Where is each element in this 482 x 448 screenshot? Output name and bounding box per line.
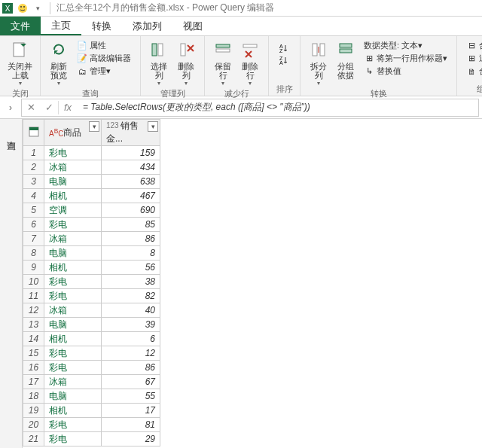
first-row-header-button[interactable]: ⊞将第一行用作标题 ▾ [362, 52, 449, 65]
table-row[interactable]: 18电脑55 [23, 389, 160, 404]
table-row[interactable]: 15彩电12 [23, 346, 160, 361]
advanced-editor-button[interactable]: 📝高级编辑器 [75, 52, 133, 65]
tab-view[interactable]: 视图 [172, 17, 213, 35]
formula-text[interactable]: = Table.SelectRows(更改的类型, each ([商品] <> … [77, 101, 478, 114]
table-row[interactable]: 8电脑8 [23, 246, 160, 261]
tab-transform[interactable]: 转换 [81, 17, 122, 35]
table-row[interactable]: 21彩电29 [23, 432, 160, 446]
column-header-sales[interactable]: 123 销售金... ▾ [102, 120, 160, 146]
keep-rows-button[interactable]: 保留 行 ▾ [209, 38, 236, 88]
tab-home[interactable]: 主页 [41, 17, 81, 35]
cell-sales[interactable]: 55 [102, 389, 160, 404]
smiley-icon[interactable] [17, 2, 29, 14]
cell-product[interactable]: 电脑 [44, 318, 102, 332]
formula-cancel-button[interactable]: ✕ [22, 99, 40, 116]
cell-product[interactable]: 彩电 [44, 218, 102, 232]
table-row[interactable]: 11彩电82 [23, 289, 160, 303]
cell-product[interactable]: 电脑 [44, 389, 102, 404]
datatype-button[interactable]: 数据类型: 文本 ▾ [362, 39, 449, 52]
cell-product[interactable]: 彩电 [44, 289, 102, 303]
cell-product[interactable]: 彩电 [44, 418, 102, 432]
tab-addcolumn[interactable]: 添加列 [122, 17, 172, 35]
cell-product[interactable]: 彩电 [44, 346, 102, 361]
data-grid-wrapper[interactable]: ABC 商品 ▾ 123 销售金... ▾ 1彩电1592冰箱4343电脑638… [23, 119, 482, 448]
replace-values-button[interactable]: ↳替换值 [362, 65, 449, 78]
table-row[interactable]: 12冰箱40 [23, 303, 160, 318]
cell-sales[interactable]: 81 [102, 418, 160, 432]
cell-product[interactable]: 相机 [44, 189, 102, 203]
table-row[interactable]: 17冰箱67 [23, 375, 160, 389]
cell-product[interactable]: 电脑 [44, 175, 102, 189]
table-row[interactable]: 14相机6 [23, 332, 160, 346]
table-row[interactable]: 7冰箱86 [23, 232, 160, 246]
cell-sales[interactable]: 85 [102, 218, 160, 232]
cell-sales[interactable]: 39 [102, 318, 160, 332]
cell-sales[interactable]: 467 [102, 189, 160, 203]
remove-rows-button[interactable]: 删除 行 ▾ [236, 38, 264, 88]
cell-product[interactable]: 电脑 [44, 246, 102, 261]
tab-file[interactable]: 文件 [0, 17, 41, 35]
cell-product[interactable]: 相机 [44, 404, 102, 418]
queries-side-rail[interactable]: 查询 [0, 119, 23, 448]
cell-sales[interactable]: 434 [102, 160, 160, 175]
sort-desc-button[interactable]: ZA [276, 54, 292, 66]
fx-icon[interactable]: fx [59, 99, 77, 116]
cell-sales[interactable]: 12 [102, 346, 160, 361]
filter-dropdown-icon[interactable]: ▾ [89, 121, 99, 132]
table-row[interactable]: 6彩电85 [23, 218, 160, 232]
group-by-button[interactable]: 分组 依据 [332, 38, 359, 81]
cell-product[interactable]: 冰箱 [44, 303, 102, 318]
cell-sales[interactable]: 86 [102, 232, 160, 246]
formula-confirm-button[interactable]: ✓ [40, 99, 58, 116]
cell-sales[interactable]: 8 [102, 246, 160, 261]
cell-product[interactable]: 冰箱 [44, 160, 102, 175]
properties-button[interactable]: 📄属性 [75, 39, 133, 52]
qat-dropdown-icon[interactable]: ▾ [32, 2, 44, 14]
table-row[interactable]: 1彩电159 [23, 146, 160, 160]
cell-sales[interactable]: 690 [102, 203, 160, 218]
cell-product[interactable]: 彩电 [44, 432, 102, 446]
column-header-product[interactable]: ABC 商品 ▾ [44, 120, 102, 146]
choose-columns-button[interactable]: 选择 列 ▾ [145, 38, 172, 88]
filter-dropdown-icon[interactable]: ▾ [148, 121, 158, 132]
table-row[interactable]: 5空调690 [23, 203, 160, 218]
split-column-button[interactable]: 拆分 列 ▾ [305, 38, 332, 88]
table-row[interactable]: 3电脑638 [23, 175, 160, 189]
manage-button[interactable]: 🗂管理 ▾ [75, 65, 133, 78]
cell-sales[interactable]: 38 [102, 275, 160, 289]
table-row[interactable]: 9相机56 [23, 261, 160, 275]
cell-product[interactable]: 空调 [44, 203, 102, 218]
cell-product[interactable]: 冰箱 [44, 375, 102, 389]
cell-product[interactable]: 彩电 [44, 146, 102, 160]
table-corner-button[interactable] [23, 120, 44, 146]
cell-product[interactable]: 相机 [44, 332, 102, 346]
cell-sales[interactable]: 86 [102, 361, 160, 375]
append-queries-button[interactable]: ⊞追加查 [465, 52, 482, 65]
cell-product[interactable]: 相机 [44, 261, 102, 275]
close-and-load-button[interactable]: 关闭并 上载 ▾ [5, 38, 35, 88]
cell-sales[interactable]: 82 [102, 289, 160, 303]
sort-asc-button[interactable]: AZ [276, 42, 292, 54]
cell-product[interactable]: 彩电 [44, 275, 102, 289]
cell-sales[interactable]: 56 [102, 261, 160, 275]
cell-sales[interactable]: 17 [102, 404, 160, 418]
table-row[interactable]: 16彩电86 [23, 361, 160, 375]
table-row[interactable]: 2冰箱434 [23, 160, 160, 175]
cell-sales[interactable]: 29 [102, 432, 160, 446]
combine-files-button[interactable]: 🗎合并文 [465, 65, 482, 78]
table-row[interactable]: 4相机467 [23, 189, 160, 203]
cell-sales[interactable]: 40 [102, 303, 160, 318]
refresh-preview-button[interactable]: 刷新 预览 ▾ [45, 38, 72, 88]
cell-sales[interactable]: 6 [102, 332, 160, 346]
cell-product[interactable]: 彩电 [44, 361, 102, 375]
table-row[interactable]: 13电脑39 [23, 318, 160, 332]
remove-columns-button[interactable]: 删除 列 ▾ [172, 38, 200, 88]
table-row[interactable]: 10彩电38 [23, 275, 160, 289]
table-row[interactable]: 19相机17 [23, 404, 160, 418]
table-row[interactable]: 20彩电81 [23, 418, 160, 432]
cell-sales[interactable]: 638 [102, 175, 160, 189]
cell-sales[interactable]: 159 [102, 146, 160, 160]
merge-queries-button[interactable]: ⊟合并查 [465, 39, 482, 52]
cell-sales[interactable]: 67 [102, 375, 160, 389]
cell-product[interactable]: 冰箱 [44, 232, 102, 246]
